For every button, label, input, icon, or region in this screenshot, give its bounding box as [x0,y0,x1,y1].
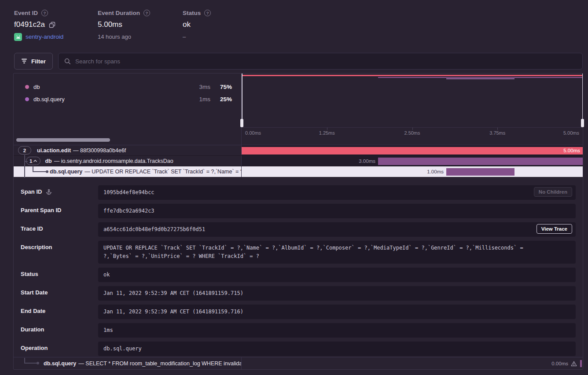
status-detail-value: ok [103,272,110,278]
drag-grip[interactable] [581,119,584,127]
event-duration-field: Event Duration ? 5.00ms 14 hours ago [98,10,150,41]
tick-label: 3.75ms [489,130,505,136]
trace-minimap[interactable]: 0.00ms 1.25ms 2.50ms 3.75ms 5.00ms [242,74,583,145]
help-icon[interactable]: ? [204,10,211,16]
children-count-badge[interactable]: 1 [26,157,40,165]
filter-icon [21,59,27,64]
legend-duration: 3ms [199,84,210,90]
anchor-icon[interactable] [46,189,52,195]
status-label: Status [183,10,201,16]
trace-id-value: a654cc61dc0b48ef9d0b27275b6f0d51 [103,226,205,232]
span-row-ui-action-edit[interactable]: 2 ui.action.edit — 88f300998a0b4e6f 5.00… [14,145,583,156]
tick-label: 0.00ms [245,130,261,136]
detail-label: Operation [21,345,48,351]
filter-button[interactable]: Filter [14,53,53,70]
tree-connector-dot [46,170,48,173]
search-icon [64,58,71,65]
project-name: sentry-android [26,33,63,40]
detail-row-start-date: Start Date Jan 11, 2022 9:52:39 AM CET (… [21,286,576,301]
tree-connector-line [24,155,25,178]
status-sub: – [183,33,186,40]
detail-row-duration: Duration 1ms [21,323,576,338]
no-children-button: No Children [534,187,572,197]
legend-op-label: db.sql.query [33,96,65,103]
span-duration-label: 5.00ms [563,145,580,156]
detail-row-description: Description UPDATE OR REPLACE `Track` SE… [21,241,576,264]
span-bar[interactable] [580,360,582,367]
legend-percent: 75% [217,84,232,90]
span-op: db [45,158,51,164]
search-input[interactable] [75,58,577,65]
tree-connector-line [33,171,47,172]
span-duration-label: 1.00ms [427,166,444,177]
detail-row-end-date: End Date Jan 11, 2022 9:52:39 AM CET (16… [21,305,576,319]
help-icon[interactable]: ? [41,10,48,16]
detail-row-operation: Operation db.sql.query [21,342,576,356]
start-date-value: Jan 11, 2022 9:52:39 AM CET (1641891159.… [103,290,243,296]
tree-connector-dot [37,362,39,364]
op-color-dot [25,85,29,89]
span-detail-page: Event ID ? f0491c2a [0,0,588,375]
status-field: Status ? ok – [183,10,211,41]
legend-item-db-sql-query[interactable]: db.sql.query 1ms 25% [14,93,241,105]
detail-label: Span ID [21,188,42,195]
minimap-chart[interactable] [242,74,583,127]
minimap-span-ui-action-edit [242,75,583,76]
horizontal-scrollbar-thumb[interactable] [16,138,110,142]
span-bar[interactable] [446,168,514,176]
span-duration-label: 3.00ms [359,156,375,166]
description-value: UPDATE OR REPLACE `Track` SET `TrackId` … [103,245,523,259]
chevron-up-icon [33,160,37,162]
span-search [58,53,583,70]
detail-row-status: Status ok [21,268,576,282]
help-icon[interactable]: ? [143,10,150,16]
span-bar[interactable] [378,158,583,165]
span-op: ui.action.edit [37,147,71,154]
detail-label: Trace ID [21,225,43,232]
event-id-label: Event ID [14,10,38,16]
span-details: Span ID 1095bd4ef8e94bcc No Children Par… [14,178,583,360]
tree-connector-line [24,161,28,162]
op-color-dot [25,97,29,101]
detail-label: Parent Span ID [21,207,61,213]
event-duration-value: 5.00ms [98,20,122,29]
event-id-value: f0491c2a [14,20,45,29]
legend-item-db[interactable]: db 3ms 75% [14,81,241,93]
duration-value: 1ms [103,327,113,333]
drag-grip[interactable] [240,119,243,127]
span-row-db-sql-query-selected[interactable]: db.sql.query — UPDATE OR REPLACE `Track`… [14,166,583,177]
parent-span-id-value: ffe7dbc92a6942c3 [103,208,154,214]
span-bar[interactable] [242,147,583,154]
children-count-badge[interactable]: 2 [18,146,31,154]
span-duration-label: 0.00ms [551,361,568,366]
span-row-db[interactable]: 1 db — io.sentry.android.roomsample.data… [14,156,583,166]
minimap-right-handle[interactable] [582,74,583,127]
tick-label: 5.00ms [563,130,579,136]
time-axis: 0.00ms 1.25ms 2.50ms 3.75ms 5.00ms [242,127,583,138]
android-icon [14,33,22,41]
minimap-left-handle[interactable] [242,74,243,127]
copy-icon[interactable] [49,22,55,28]
detail-row-trace-id: Trace ID a654cc61dc0b48ef9d0b27275b6f0d5… [21,222,576,237]
end-date-value: Jan 11, 2022 9:52:39 AM CET (1641891159.… [103,309,243,315]
span-desc: — io.sentry.android.roomsample.data.Trac… [54,158,173,164]
legend-duration: 1ms [199,96,210,103]
op-breakdown-legend: db 3ms 75% db.sql.query 1ms 25% [14,74,242,145]
detail-label: Description [21,244,52,250]
minimap-span-db [378,77,583,78]
detail-label: Duration [21,326,44,333]
detail-row-span-id: Span ID 1095bd4ef8e94bcc No Children [21,185,576,200]
span-row-select-query[interactable]: db.sql.query — SELECT * FROM room_table_… [14,357,583,369]
legend-percent: 25% [217,96,232,103]
warning-icon [571,361,577,367]
detail-label: End Date [21,308,45,314]
span-op: db.sql.query [50,169,82,175]
span-waterfall: 2 ui.action.edit — 88f300998a0b4e6f 5.00… [14,145,583,177]
tick-label: 1.25ms [319,130,335,136]
detail-label: Status [21,271,38,277]
view-trace-button[interactable]: View Trace [537,224,572,234]
detail-label: Start Date [21,289,48,296]
project-link[interactable]: sentry-android [14,33,63,41]
operation-value: db.sql.query [103,346,142,352]
event-age: 14 hours ago [98,33,131,40]
